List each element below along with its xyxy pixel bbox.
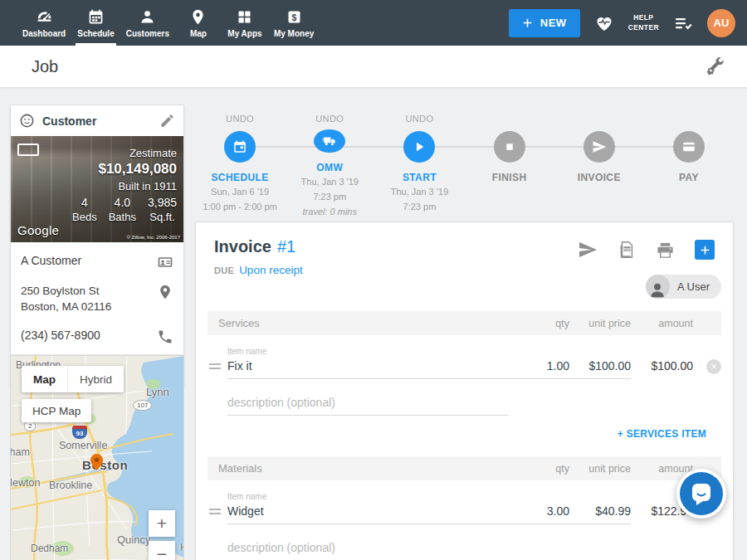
service-line-item: Item name $100.00 × xyxy=(208,335,721,416)
step-finish-button[interactable] xyxy=(494,131,525,163)
service-qty-input[interactable] xyxy=(509,356,569,379)
send-invoice-button[interactable] xyxy=(578,240,598,260)
map-label-newton: Newton xyxy=(10,477,40,489)
print-button[interactable] xyxy=(656,241,675,260)
nav-map[interactable]: Map xyxy=(175,0,222,46)
map-type-toggle: Map Hybrid xyxy=(22,366,124,392)
beds-value: 4 xyxy=(72,196,97,209)
phone-icon[interactable] xyxy=(157,329,173,345)
material-qty-input[interactable] xyxy=(509,501,569,524)
street-view-icon[interactable] xyxy=(17,144,39,156)
contact-card-icon[interactable] xyxy=(157,254,173,270)
location-pin-icon[interactable] xyxy=(157,284,173,300)
step-pay-button[interactable] xyxy=(673,131,705,163)
step-date: Thu, Jan 3 '19 xyxy=(391,186,448,198)
pdf-button[interactable]: PDF xyxy=(618,241,636,259)
item-name-label: Item name xyxy=(227,335,509,356)
health-heart-button[interactable] xyxy=(594,13,614,33)
step-label: SCHEDULE xyxy=(211,172,268,183)
remove-service-item-button[interactable]: × xyxy=(706,359,721,374)
wrench-gear-icon xyxy=(706,55,725,75)
hcp-map-button[interactable]: HCP Map xyxy=(22,399,91,422)
qty-column-header: qty xyxy=(509,318,569,329)
invoice-title: Invoice xyxy=(214,237,271,256)
map-label-brookline: Brookline xyxy=(49,480,92,491)
calendar-icon xyxy=(87,8,105,26)
assignee-chip[interactable]: A User xyxy=(646,275,721,299)
map-label-dedham: Dedham xyxy=(31,543,68,554)
app-window: Dashboard Schedule Customers Map My Apps… xyxy=(0,0,747,560)
avatar-initials: AU xyxy=(714,17,730,29)
job-settings-button[interactable] xyxy=(706,55,725,78)
customer-name: A Customer xyxy=(21,254,81,267)
undo-omw-link[interactable]: UNDO xyxy=(315,114,344,124)
material-line-item: Item name $122.97 xyxy=(208,480,721,560)
service-unit-price-input[interactable] xyxy=(569,356,631,379)
edit-pencil-icon[interactable] xyxy=(159,113,175,129)
step-time: 7:23 pm xyxy=(403,201,437,213)
nav-my-apps[interactable]: My Apps xyxy=(222,0,268,46)
step-omw-button[interactable] xyxy=(314,129,345,153)
zestimate-label: Zestimate xyxy=(72,147,177,159)
help-center-line1: HELP xyxy=(628,13,659,22)
materials-header-band: Materials qty unit price amount xyxy=(208,456,721,480)
chat-launcher-button[interactable] xyxy=(676,469,726,519)
property-stats: 4Beds 4.0Baths 3,985Sq.ft. xyxy=(72,196,177,223)
map-type-map-button[interactable]: Map xyxy=(22,366,67,392)
apps-grid-icon xyxy=(236,8,253,26)
nav-label: My Money xyxy=(274,29,314,38)
map-widget[interactable]: Burlington Lynn Somerville Waltham Bosto… xyxy=(10,355,184,560)
nav-label: Dashboard xyxy=(22,29,66,38)
undo-start-link[interactable]: UNDO xyxy=(405,114,433,125)
drag-handle[interactable] xyxy=(209,363,227,369)
add-services-item-link[interactable]: + SERVICES ITEM xyxy=(196,428,706,440)
built-year: Built in 1911 xyxy=(72,180,177,192)
service-item-name-input[interactable] xyxy=(227,356,509,379)
help-center-button[interactable]: HELP CENTER xyxy=(628,13,659,32)
materials-section-title: Materials xyxy=(208,462,509,475)
step-start-button[interactable] xyxy=(403,131,435,163)
dashboard-gauge-icon xyxy=(36,8,53,26)
zestimate-value: $10,149,080 xyxy=(72,161,177,178)
step-time: 7:23 pm xyxy=(313,191,346,203)
beds-label: Beds xyxy=(72,211,97,223)
nav-dashboard[interactable]: Dashboard xyxy=(17,0,71,46)
step-start: UNDO START Thu, Jan 3 '19 7:23 pm xyxy=(374,110,464,218)
drag-handle[interactable] xyxy=(209,509,227,514)
customer-phone: (234) 567-8900 xyxy=(21,329,100,342)
due-terms-link[interactable]: Upon receipt xyxy=(239,264,303,276)
service-description-input[interactable] xyxy=(227,392,509,416)
map-zoom-out-button[interactable]: − xyxy=(149,541,175,560)
map-type-hybrid-button[interactable]: Hybrid xyxy=(67,366,124,392)
material-description-input[interactable] xyxy=(227,538,509,560)
step-finish: FINISH xyxy=(465,110,554,218)
nav-my-money[interactable]: $ My Money xyxy=(268,0,320,46)
step-label: INVOICE xyxy=(578,172,621,183)
nav-label: Map xyxy=(190,29,207,38)
nav-schedule[interactable]: Schedule xyxy=(71,0,120,46)
property-photo[interactable]: Zestimate $10,149,080 Built in 1911 4Bed… xyxy=(11,136,183,242)
add-invoice-button[interactable] xyxy=(695,240,715,260)
customer-name-row: A Customer xyxy=(21,247,173,277)
step-label: PAY xyxy=(679,172,699,183)
unit-price-column-header: unit price xyxy=(569,463,631,475)
step-invoice-button[interactable] xyxy=(583,131,615,163)
step-time: 1:00 pm - 2:00 pm xyxy=(203,201,276,213)
step-schedule-button[interactable] xyxy=(224,131,256,163)
customer-phone-row: (234) 567-8900 xyxy=(21,322,173,352)
user-avatar[interactable]: AU xyxy=(707,9,735,37)
services-section-title: Services xyxy=(208,317,509,329)
activity-feed-button[interactable] xyxy=(673,13,693,33)
step-omw: UNDO OMW Thu, Jan 3 '19 7:23 pm travel: … xyxy=(285,110,374,218)
map-label-lynn: Lynn xyxy=(146,386,169,398)
material-item-name-input[interactable] xyxy=(227,501,509,524)
nav-customers[interactable]: Customers xyxy=(120,0,175,46)
new-button[interactable]: NEW xyxy=(509,9,580,37)
person-icon xyxy=(139,8,156,26)
heart-pulse-icon xyxy=(594,13,614,33)
i93-shield: 93 xyxy=(72,426,87,439)
map-zoom-in-button[interactable]: + xyxy=(149,510,175,537)
step-invoice: INVOICE xyxy=(554,110,644,218)
material-unit-price-input[interactable] xyxy=(569,501,631,524)
undo-schedule-link[interactable]: UNDO xyxy=(226,114,254,125)
